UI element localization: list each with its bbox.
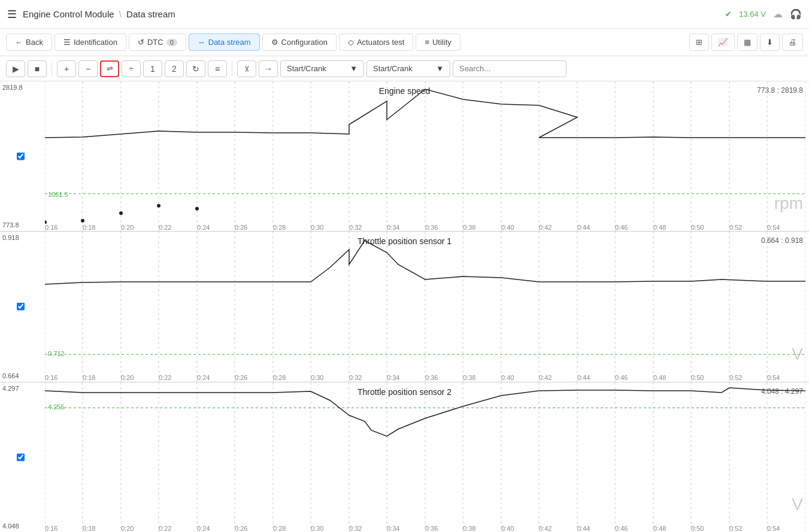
- chart-3-checkbox[interactable]: [17, 453, 25, 461]
- svg-text:0:32: 0:32: [349, 374, 362, 381]
- num2-button[interactable]: 2: [165, 60, 184, 77]
- title-bar: ☰ Engine Control Module \ Data stream ✔ …: [0, 0, 809, 29]
- minus-button[interactable]: −: [78, 60, 98, 77]
- funnel-button[interactable]: ⊻: [237, 60, 256, 77]
- search-input[interactable]: [453, 60, 566, 77]
- cloud-icon: ☁: [773, 8, 783, 20]
- svg-text:0:34: 0:34: [387, 224, 399, 231]
- svg-text:0:40: 0:40: [501, 224, 514, 231]
- actuators-test-button[interactable]: ◇ Actuators test: [339, 34, 413, 51]
- svg-text:0:32: 0:32: [349, 524, 362, 531]
- svg-text:0:50: 0:50: [691, 224, 704, 231]
- y-min-label-2: 0.664: [2, 372, 43, 379]
- toolbar-separator-1: [51, 62, 52, 76]
- svg-text:0:20: 0:20: [121, 224, 134, 231]
- chart-2-svg: 0:16 0:18 0:20 0:22 0:24 0:26 0:28 0:30 …: [45, 232, 805, 381]
- play-button[interactable]: ▶: [6, 60, 25, 77]
- svg-text:0:38: 0:38: [463, 224, 475, 231]
- config-icon: ⚙: [271, 38, 278, 47]
- export-button[interactable]: ⬇: [760, 34, 780, 51]
- check-icon: ✔: [725, 10, 732, 19]
- menu-icon[interactable]: ☰: [7, 8, 17, 21]
- y-max-label-2: 0.918: [2, 234, 43, 241]
- svg-text:0:30: 0:30: [311, 524, 323, 531]
- stop-button[interactable]: ■: [28, 60, 47, 77]
- chart-2-checkbox[interactable]: [17, 303, 25, 311]
- nav-right-icons: ⊞ 📈 ▦ ⬇ 🖨: [689, 34, 803, 51]
- chart-view-button[interactable]: 📈: [711, 34, 735, 51]
- svg-text:0:52: 0:52: [729, 524, 742, 531]
- svg-text:0:18: 0:18: [83, 224, 95, 231]
- svg-text:0:26: 0:26: [235, 374, 247, 381]
- svg-text:0:48: 0:48: [653, 524, 666, 531]
- dropdown-1[interactable]: Start/Crank ▼: [280, 60, 364, 77]
- refresh-button[interactable]: ↻: [186, 60, 205, 77]
- svg-text:0:16: 0:16: [45, 374, 57, 381]
- svg-text:0:40: 0:40: [501, 374, 514, 381]
- svg-text:0:38: 0:38: [463, 524, 475, 531]
- data-stream-button[interactable]: ↔ Data stream: [189, 34, 260, 51]
- back-button[interactable]: ← Back: [6, 34, 52, 51]
- chart-1-checkbox[interactable]: [17, 153, 25, 160]
- image-view-button[interactable]: ▦: [737, 34, 758, 51]
- data-stream-icon: ↔: [198, 38, 205, 47]
- svg-text:0:26: 0:26: [235, 224, 247, 231]
- svg-text:0:50: 0:50: [691, 524, 704, 531]
- svg-text:0:52: 0:52: [729, 224, 742, 231]
- add-button[interactable]: +: [57, 60, 76, 77]
- svg-text:0:16: 0:16: [45, 524, 57, 531]
- throttle-2-chart: 4.297 4.048 Throttle position sensor 2 4…: [0, 382, 809, 532]
- headphone-icon: 🎧: [790, 8, 802, 20]
- arrow-button[interactable]: →: [259, 60, 278, 77]
- svg-text:0:30: 0:30: [311, 374, 323, 381]
- app-title: Engine Control Module \ Data stream: [23, 9, 175, 19]
- svg-text:0:22: 0:22: [159, 374, 171, 381]
- svg-text:0:20: 0:20: [121, 524, 134, 531]
- toolbar-separator-2: [232, 62, 232, 76]
- svg-text:0:28: 0:28: [273, 374, 286, 381]
- dtc-button[interactable]: ↺ DTC 0: [129, 34, 186, 51]
- svg-text:0:28: 0:28: [273, 524, 286, 531]
- identification-button[interactable]: ☰ Identification: [54, 34, 126, 51]
- print-button[interactable]: 🖨: [782, 34, 803, 51]
- num1-button[interactable]: 1: [143, 60, 162, 77]
- svg-text:0:42: 0:42: [539, 224, 552, 231]
- svg-point-23: [81, 219, 84, 223]
- svg-text:0:52: 0:52: [729, 374, 742, 381]
- svg-text:0:54: 0:54: [767, 374, 780, 381]
- engine-speed-chart: 2819.8 773.8 Engine speed 773.8 : 2819.8…: [0, 81, 809, 232]
- nav-bar: ← Back ☰ Identification ↺ DTC 0 ↔ Data s…: [0, 29, 809, 56]
- svg-text:0:30: 0:30: [311, 224, 323, 231]
- svg-text:0:20: 0:20: [121, 374, 134, 381]
- id-icon: ☰: [63, 38, 71, 47]
- divide-button[interactable]: ÷: [122, 60, 141, 77]
- svg-text:0:46: 0:46: [615, 374, 628, 381]
- configuration-button[interactable]: ⚙ Configuration: [262, 34, 337, 51]
- svg-text:0:24: 0:24: [197, 524, 210, 531]
- y-max-label-3: 4.297: [2, 385, 43, 392]
- svg-text:0:36: 0:36: [425, 374, 438, 381]
- toolbar: ▶ ■ + − ⇌ ÷ 1 2 ↻ ≡ ⊻ → Start/Crank ▼ St…: [0, 56, 809, 81]
- svg-text:0:44: 0:44: [577, 224, 590, 231]
- grid-view-button[interactable]: ⊞: [689, 34, 709, 51]
- svg-text:0:24: 0:24: [197, 374, 210, 381]
- menu-button[interactable]: ≡: [208, 60, 227, 77]
- svg-text:0:46: 0:46: [615, 224, 628, 231]
- utility-icon: ≡: [425, 38, 429, 47]
- back-arrow-icon: ←: [15, 38, 23, 47]
- chart-3-svg: 0:16 0:18 0:20 0:22 0:24 0:26 0:28 0:30 …: [45, 382, 805, 532]
- utility-button[interactable]: ≡ Utility: [416, 34, 460, 51]
- chart-1-svg: 0:16 0:18 0:20 0:22 0:24 0:26 0:28 0:30 …: [45, 81, 805, 231]
- svg-text:0:42: 0:42: [539, 374, 552, 381]
- dtc-icon: ↺: [138, 38, 144, 47]
- svg-text:0:40: 0:40: [501, 524, 514, 531]
- dropdown-2[interactable]: Start/Crank ▼: [366, 60, 450, 77]
- svg-text:0:48: 0:48: [653, 374, 666, 381]
- y-min-label-3: 4.048: [2, 522, 43, 530]
- svg-text:0:26: 0:26: [235, 524, 247, 531]
- svg-text:0:32: 0:32: [349, 224, 362, 231]
- filter-button[interactable]: ⇌: [100, 60, 119, 77]
- svg-point-26: [195, 207, 199, 211]
- svg-text:0:22: 0:22: [159, 524, 171, 531]
- dtc-badge: 0: [166, 39, 177, 46]
